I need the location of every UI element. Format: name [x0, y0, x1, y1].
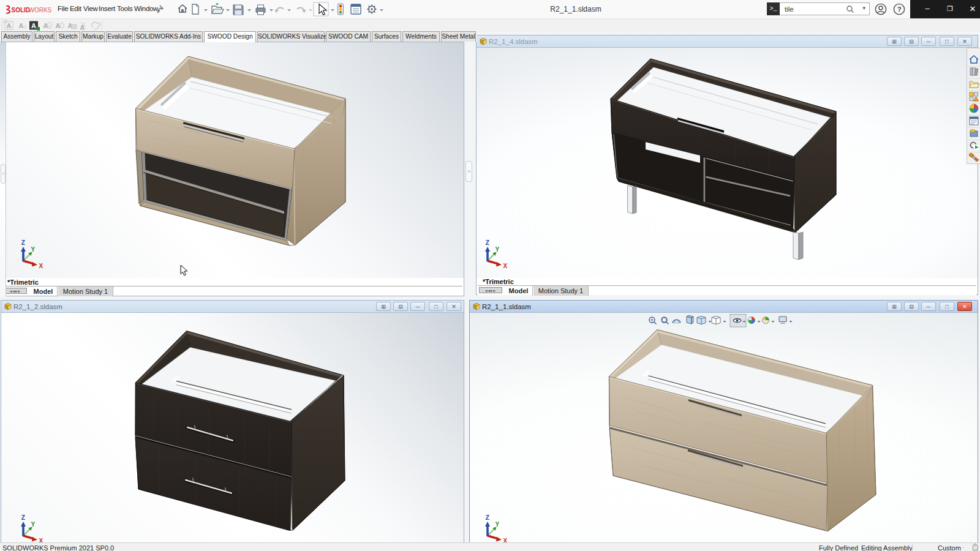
svg-text:A: A	[7, 22, 12, 29]
svg-text:?: ?	[897, 6, 902, 13]
svg-text:SOLID: SOLID	[12, 7, 31, 13]
svg-text:WORKS: WORKS	[29, 7, 52, 13]
svg-text:A: A	[56, 22, 61, 29]
svg-text:A: A	[80, 24, 85, 31]
svg-text:A: A	[31, 22, 36, 29]
